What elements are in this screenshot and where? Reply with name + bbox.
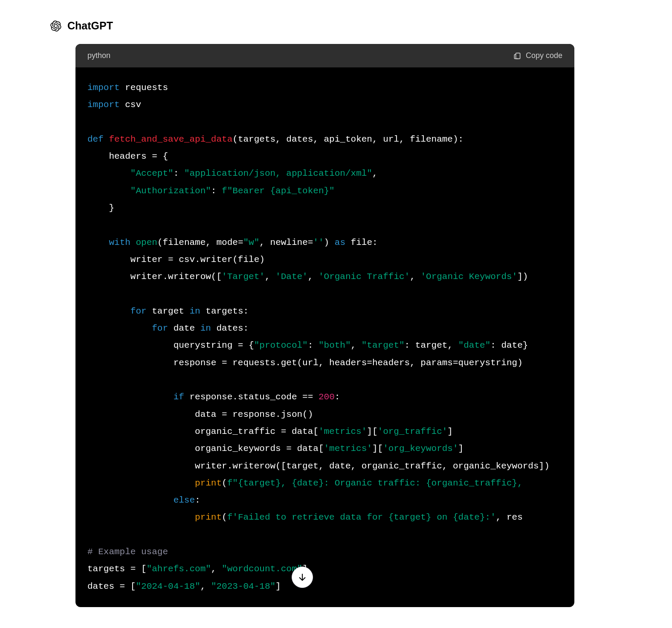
scroll-to-bottom-button[interactable] — [292, 567, 313, 588]
app-header: ChatGPT — [0, 0, 672, 32]
svg-rect-0 — [516, 53, 520, 58]
copy-code-label: Copy code — [526, 51, 562, 60]
code-content[interactable]: import requests import csv def fetch_and… — [75, 67, 574, 607]
arrow-down-icon — [298, 573, 307, 582]
code-language-label: python — [87, 51, 110, 60]
code-block-header: python Copy code — [75, 44, 574, 67]
copy-code-button[interactable]: Copy code — [513, 51, 562, 60]
app-name: ChatGPT — [67, 20, 113, 32]
code-block: python Copy code import requests import … — [75, 44, 574, 607]
clipboard-icon — [513, 52, 521, 60]
chatgpt-logo-icon — [50, 20, 61, 32]
